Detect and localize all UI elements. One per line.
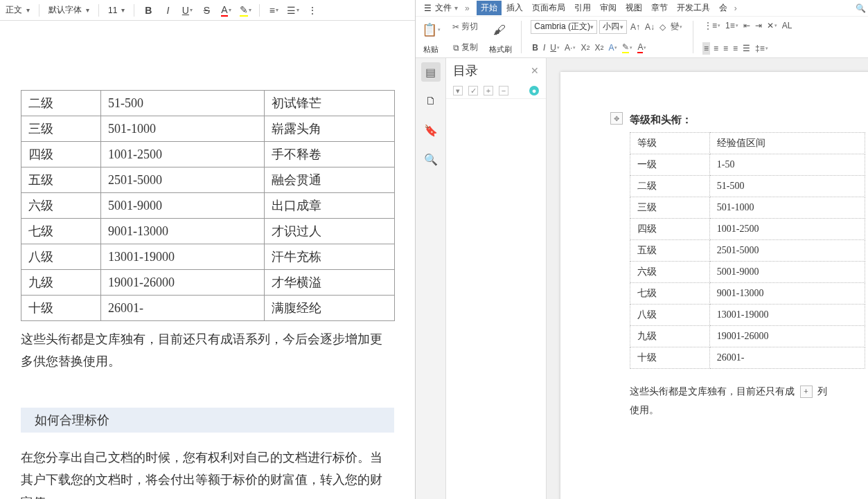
sort-button[interactable]: ✕ xyxy=(765,19,779,32)
left-heading: 如何合理标价 xyxy=(21,408,394,433)
search-button[interactable]: 🔍 查找 xyxy=(856,2,868,14)
table-cell: 六级 xyxy=(21,193,101,219)
bullet-list-button[interactable]: ⋮≡ xyxy=(702,19,722,32)
grow-font-button[interactable]: A↑ xyxy=(629,21,641,33)
table-row: 二级51-500 xyxy=(630,176,865,197)
table-cell: 13001-19000 xyxy=(709,305,865,326)
cut-button[interactable]: ✂ 剪切 xyxy=(451,19,479,34)
show-marks-button[interactable]: AL xyxy=(781,19,794,32)
outline-opt2-icon[interactable]: ✓ xyxy=(468,86,478,96)
phonetic-button[interactable]: 變 xyxy=(669,19,684,34)
subscript-button[interactable]: X2 xyxy=(593,42,605,54)
table-cell: 五级 xyxy=(630,240,710,262)
table-cell: 13001-19000 xyxy=(101,244,265,270)
italic-button[interactable]: I xyxy=(160,3,175,18)
pages-tab-icon[interactable]: 🗋 xyxy=(421,91,441,111)
font-color-button-r[interactable]: A xyxy=(636,41,648,55)
table-cell: 51-500 xyxy=(709,176,865,197)
tab-页面布局[interactable]: 页面布局 xyxy=(528,1,569,15)
tab-开发工具[interactable]: 开发工具 xyxy=(673,1,714,15)
align-right-button[interactable]: ≡ xyxy=(722,42,729,55)
align-left-button[interactable]: ≡ xyxy=(702,42,710,55)
highlight-button-r[interactable]: ✎ xyxy=(621,41,634,55)
font-name-select[interactable]: Cambria (正文)▾ xyxy=(531,20,597,34)
table-row: 三级501-1000 xyxy=(630,197,865,219)
number-list-button[interactable]: 1≡ xyxy=(724,19,740,32)
table-row: 九级19001-26000才华横溢 xyxy=(21,270,395,296)
table-cell: 三级 xyxy=(630,197,710,219)
table-row: 六级5001-9000 xyxy=(630,262,865,283)
table-row: 十级26001- xyxy=(630,347,865,369)
side-icon-bar: ▤ 🗋 🔖 🔍 xyxy=(416,58,446,499)
table-row: 一级1-50 xyxy=(630,154,865,176)
decrease-indent-button[interactable]: ⇤ xyxy=(742,19,752,32)
table-row: 五级2501-5000融会贯通 xyxy=(21,167,395,193)
tab-引用[interactable]: 引用 xyxy=(570,1,595,15)
align-justify-button[interactable]: ≡ xyxy=(732,42,739,55)
clear-format-button[interactable]: ◇ xyxy=(658,21,667,33)
list-button[interactable]: ☰ xyxy=(285,3,301,18)
align-button[interactable]: ≡ xyxy=(266,3,281,18)
document-canvas[interactable]: ✥ 等级和头衔： 等级经验值区间一级1-50二级51-500三级501-1000… xyxy=(547,58,868,499)
outline-sync-icon[interactable]: ● xyxy=(529,86,539,96)
distribute-button[interactable]: ☰ xyxy=(741,42,752,55)
strike-button[interactable]: S xyxy=(199,3,214,18)
outline-tab-icon[interactable]: ▤ xyxy=(421,62,441,82)
table-cell: 八级 xyxy=(630,305,710,326)
table-cell: 十级 xyxy=(630,347,710,369)
font-size-select[interactable]: 小四▾ xyxy=(599,20,627,34)
bookmark-tab-icon[interactable]: 🔖 xyxy=(421,120,441,140)
outline-body[interactable] xyxy=(446,98,546,499)
more-icon[interactable]: » xyxy=(465,3,470,13)
superscript-button[interactable]: X2 xyxy=(579,42,591,54)
tab-视图[interactable]: 视图 xyxy=(621,1,646,15)
style-select[interactable]: 正文 xyxy=(3,3,33,17)
line-spacing-button[interactable]: ‡≡ xyxy=(754,42,770,55)
bold-button[interactable]: B xyxy=(141,3,156,18)
move-handle-icon[interactable]: ✥ xyxy=(610,112,623,125)
left-document-body[interactable]: 二级51-500初试锋芒三级501-1000崭露头角四级1001-2500手不释… xyxy=(0,21,415,499)
tab-会[interactable]: 会 xyxy=(715,1,732,15)
table-header-row: 等级经验值区间 xyxy=(630,133,865,154)
bold-button-r[interactable]: B xyxy=(531,42,540,54)
align-center-button[interactable]: ≡ xyxy=(712,42,720,55)
copy-button[interactable]: ⧉ 复制 xyxy=(451,40,479,55)
table-cell: 五级 xyxy=(21,167,101,193)
file-menu[interactable]: ☰ 文件 ▾ xyxy=(420,1,462,15)
emphasis-button[interactable]: A· xyxy=(563,42,577,54)
table-row: 七级9001-13000 xyxy=(630,283,865,305)
highlight-button[interactable]: ✎ xyxy=(238,3,253,18)
font-color-button[interactable]: A xyxy=(218,3,233,18)
find-tab-icon[interactable]: 🔍 xyxy=(421,149,441,169)
increase-indent-button[interactable]: ⇥ xyxy=(754,19,763,32)
table-cell: 26001- xyxy=(709,347,865,369)
outline-opt1-icon[interactable]: ▾ xyxy=(453,86,463,96)
more-toolbar-icon[interactable]: ⋮ xyxy=(305,3,320,18)
shrink-font-button[interactable]: A↓ xyxy=(644,21,656,33)
page[interactable]: ✥ 等级和头衔： 等级经验值区间一级1-50二级51-500三级501-1000… xyxy=(560,72,868,499)
table-row: 八级13001-19000汗牛充栋 xyxy=(21,244,395,270)
size-select[interactable]: 11 xyxy=(105,4,127,17)
outline-opt3-icon[interactable]: + xyxy=(484,86,493,96)
italic-button-r[interactable]: I xyxy=(542,42,547,54)
outline-opt4-icon[interactable]: − xyxy=(499,86,508,96)
text-effect-button[interactable]: A xyxy=(607,42,619,54)
tab-审阅[interactable]: 审阅 xyxy=(596,1,621,15)
underline-button-r[interactable]: U xyxy=(549,42,561,54)
expand-plus-icon[interactable]: + xyxy=(800,385,813,398)
tab-章节[interactable]: 章节 xyxy=(647,1,672,15)
underline-button[interactable]: U xyxy=(179,3,195,18)
table-cell: 九级 xyxy=(630,326,710,347)
tabs-overflow-icon[interactable]: › xyxy=(734,3,737,13)
table-cell: 2501-5000 xyxy=(709,240,865,262)
font-select[interactable]: 默认字体 xyxy=(46,3,92,17)
table-cell: 26001- xyxy=(101,296,265,321)
format-brush-button[interactable]: 🖌 xyxy=(489,19,510,40)
format-brush-label: 格式刷 xyxy=(489,44,512,55)
table-cell: 九级 xyxy=(21,270,101,296)
paste-button[interactable]: 📋 xyxy=(420,19,441,40)
tab-插入[interactable]: 插入 xyxy=(502,1,527,15)
tab-开始[interactable]: 开始 xyxy=(477,1,502,15)
close-icon[interactable]: ✕ xyxy=(531,65,539,76)
doc-paragraph: 这些头衔都是文库独有，目前还只有成 + 列 使用。 xyxy=(630,383,868,419)
